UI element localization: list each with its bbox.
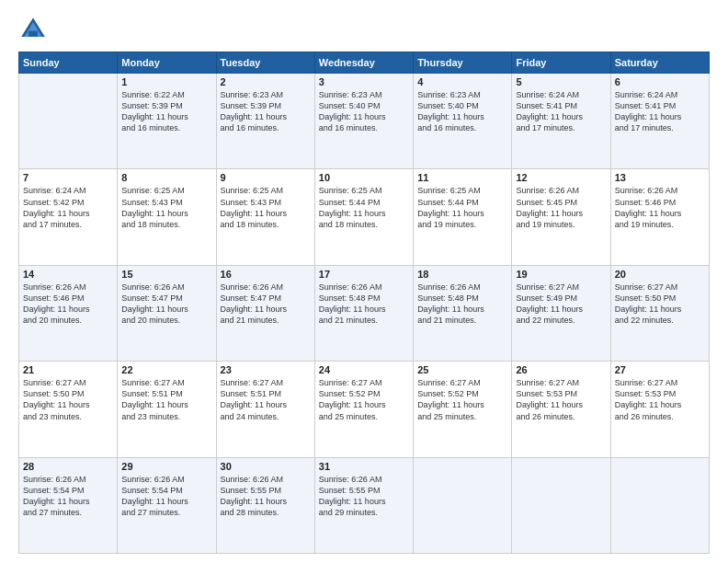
day-info: Sunrise: 6:27 AM Sunset: 5:50 PM Dayligh… [23, 377, 113, 422]
day-info: Sunrise: 6:27 AM Sunset: 5:49 PM Dayligh… [516, 282, 606, 327]
day-info: Sunrise: 6:26 AM Sunset: 5:47 PM Dayligh… [121, 282, 211, 327]
calendar-cell: 13Sunrise: 6:26 AM Sunset: 5:46 PM Dayli… [610, 169, 709, 265]
day-number: 28 [23, 461, 113, 472]
calendar-cell: 21Sunrise: 6:27 AM Sunset: 5:50 PM Dayli… [19, 362, 118, 457]
calendar-cell: 25Sunrise: 6:27 AM Sunset: 5:52 PM Dayli… [414, 362, 512, 457]
header-day: Monday [118, 52, 216, 74]
calendar-cell: 11Sunrise: 6:25 AM Sunset: 5:44 PM Dayli… [414, 169, 512, 265]
day-number: 17 [319, 269, 409, 280]
day-number: 5 [516, 76, 606, 87]
day-info: Sunrise: 6:24 AM Sunset: 5:41 PM Dayligh… [516, 89, 606, 134]
header-day: Friday [512, 52, 610, 74]
day-number: 26 [516, 364, 606, 375]
calendar-cell [512, 457, 610, 553]
day-info: Sunrise: 6:25 AM Sunset: 5:44 PM Dayligh… [417, 185, 507, 230]
day-number: 21 [23, 364, 113, 375]
day-info: Sunrise: 6:27 AM Sunset: 5:51 PM Dayligh… [121, 377, 211, 422]
svg-rect-2 [28, 31, 38, 37]
day-info: Sunrise: 6:26 AM Sunset: 5:48 PM Dayligh… [417, 282, 507, 327]
day-number: 24 [319, 364, 409, 375]
calendar-cell: 18Sunrise: 6:26 AM Sunset: 5:48 PM Dayli… [414, 265, 512, 361]
header-day: Wednesday [314, 52, 413, 74]
day-info: Sunrise: 6:22 AM Sunset: 5:39 PM Dayligh… [121, 89, 211, 134]
day-info: Sunrise: 6:26 AM Sunset: 5:46 PM Dayligh… [615, 185, 705, 230]
day-info: Sunrise: 6:26 AM Sunset: 5:47 PM Dayligh… [221, 282, 311, 327]
calendar-week-row: 7Sunrise: 6:24 AM Sunset: 5:42 PM Daylig… [19, 169, 710, 265]
page: SundayMondayTuesdayWednesdayThursdayFrid… [0, 0, 728, 563]
day-info: Sunrise: 6:26 AM Sunset: 5:55 PM Dayligh… [319, 474, 409, 519]
calendar-week-row: 1Sunrise: 6:22 AM Sunset: 5:39 PM Daylig… [19, 74, 710, 169]
day-info: Sunrise: 6:23 AM Sunset: 5:40 PM Dayligh… [319, 89, 409, 134]
calendar-cell: 23Sunrise: 6:27 AM Sunset: 5:51 PM Dayli… [216, 362, 314, 457]
day-number: 9 [221, 172, 311, 183]
calendar-cell: 17Sunrise: 6:26 AM Sunset: 5:48 PM Dayli… [314, 265, 413, 361]
header-day: Tuesday [216, 52, 314, 74]
day-info: Sunrise: 6:25 AM Sunset: 5:43 PM Dayligh… [221, 185, 311, 230]
calendar-cell: 10Sunrise: 6:25 AM Sunset: 5:44 PM Dayli… [314, 169, 413, 265]
calendar-cell: 28Sunrise: 6:26 AM Sunset: 5:54 PM Dayli… [19, 457, 118, 553]
day-number: 22 [121, 364, 211, 375]
header-day: Thursday [414, 52, 512, 74]
calendar-cell: 4Sunrise: 6:23 AM Sunset: 5:40 PM Daylig… [414, 74, 512, 169]
day-number: 6 [615, 76, 705, 87]
day-number: 10 [319, 172, 409, 183]
day-number: 20 [615, 269, 705, 280]
calendar-week-row: 14Sunrise: 6:26 AM Sunset: 5:46 PM Dayli… [19, 265, 710, 361]
day-number: 30 [221, 461, 311, 472]
day-number: 1 [121, 76, 211, 87]
day-number: 19 [516, 269, 606, 280]
day-info: Sunrise: 6:26 AM Sunset: 5:54 PM Dayligh… [121, 474, 211, 519]
day-info: Sunrise: 6:23 AM Sunset: 5:40 PM Dayligh… [417, 89, 507, 134]
day-info: Sunrise: 6:26 AM Sunset: 5:54 PM Dayligh… [23, 474, 113, 519]
calendar-cell: 3Sunrise: 6:23 AM Sunset: 5:40 PM Daylig… [314, 74, 413, 169]
day-info: Sunrise: 6:25 AM Sunset: 5:43 PM Dayligh… [121, 185, 211, 230]
calendar-cell: 1Sunrise: 6:22 AM Sunset: 5:39 PM Daylig… [118, 74, 216, 169]
calendar-cell: 5Sunrise: 6:24 AM Sunset: 5:41 PM Daylig… [512, 74, 610, 169]
day-number: 31 [319, 461, 409, 472]
day-info: Sunrise: 6:27 AM Sunset: 5:53 PM Dayligh… [516, 377, 606, 422]
calendar-cell: 24Sunrise: 6:27 AM Sunset: 5:52 PM Dayli… [314, 362, 413, 457]
day-number: 7 [23, 172, 113, 183]
day-number: 23 [221, 364, 311, 375]
day-info: Sunrise: 6:24 AM Sunset: 5:42 PM Dayligh… [23, 185, 113, 230]
calendar-cell: 20Sunrise: 6:27 AM Sunset: 5:50 PM Dayli… [610, 265, 709, 361]
calendar-cell: 7Sunrise: 6:24 AM Sunset: 5:42 PM Daylig… [19, 169, 118, 265]
day-info: Sunrise: 6:24 AM Sunset: 5:41 PM Dayligh… [615, 89, 705, 134]
day-number: 29 [121, 461, 211, 472]
calendar-cell: 8Sunrise: 6:25 AM Sunset: 5:43 PM Daylig… [118, 169, 216, 265]
day-info: Sunrise: 6:27 AM Sunset: 5:50 PM Dayligh… [615, 282, 705, 327]
calendar-cell: 30Sunrise: 6:26 AM Sunset: 5:55 PM Dayli… [216, 457, 314, 553]
day-info: Sunrise: 6:27 AM Sunset: 5:51 PM Dayligh… [221, 377, 311, 422]
day-number: 4 [417, 76, 507, 87]
header-day: Saturday [610, 52, 709, 74]
calendar-week-row: 28Sunrise: 6:26 AM Sunset: 5:54 PM Dayli… [19, 457, 710, 553]
calendar-cell: 29Sunrise: 6:26 AM Sunset: 5:54 PM Dayli… [118, 457, 216, 553]
calendar-cell: 12Sunrise: 6:26 AM Sunset: 5:45 PM Dayli… [512, 169, 610, 265]
day-number: 12 [516, 172, 606, 183]
calendar-cell: 22Sunrise: 6:27 AM Sunset: 5:51 PM Dayli… [118, 362, 216, 457]
calendar-cell: 6Sunrise: 6:24 AM Sunset: 5:41 PM Daylig… [610, 74, 709, 169]
day-number: 16 [221, 269, 311, 280]
header-day: Sunday [19, 52, 118, 74]
day-info: Sunrise: 6:26 AM Sunset: 5:48 PM Dayligh… [319, 282, 409, 327]
day-info: Sunrise: 6:23 AM Sunset: 5:39 PM Dayligh… [221, 89, 311, 134]
day-info: Sunrise: 6:27 AM Sunset: 5:52 PM Dayligh… [319, 377, 409, 422]
calendar-week-row: 21Sunrise: 6:27 AM Sunset: 5:50 PM Dayli… [19, 362, 710, 457]
day-number: 2 [221, 76, 311, 87]
day-number: 3 [319, 76, 409, 87]
calendar-cell: 26Sunrise: 6:27 AM Sunset: 5:53 PM Dayli… [512, 362, 610, 457]
header [18, 15, 710, 44]
logo-icon [18, 15, 48, 44]
day-info: Sunrise: 6:26 AM Sunset: 5:45 PM Dayligh… [516, 185, 606, 230]
day-number: 27 [615, 364, 705, 375]
calendar-table: SundayMondayTuesdayWednesdayThursdayFrid… [18, 52, 710, 554]
day-info: Sunrise: 6:26 AM Sunset: 5:46 PM Dayligh… [23, 282, 113, 327]
day-number: 8 [121, 172, 211, 183]
calendar-cell [610, 457, 709, 553]
day-number: 13 [615, 172, 705, 183]
header-row: SundayMondayTuesdayWednesdayThursdayFrid… [19, 52, 710, 74]
day-number: 25 [417, 364, 507, 375]
day-info: Sunrise: 6:25 AM Sunset: 5:44 PM Dayligh… [319, 185, 409, 230]
calendar-cell: 16Sunrise: 6:26 AM Sunset: 5:47 PM Dayli… [216, 265, 314, 361]
day-info: Sunrise: 6:26 AM Sunset: 5:55 PM Dayligh… [221, 474, 311, 519]
